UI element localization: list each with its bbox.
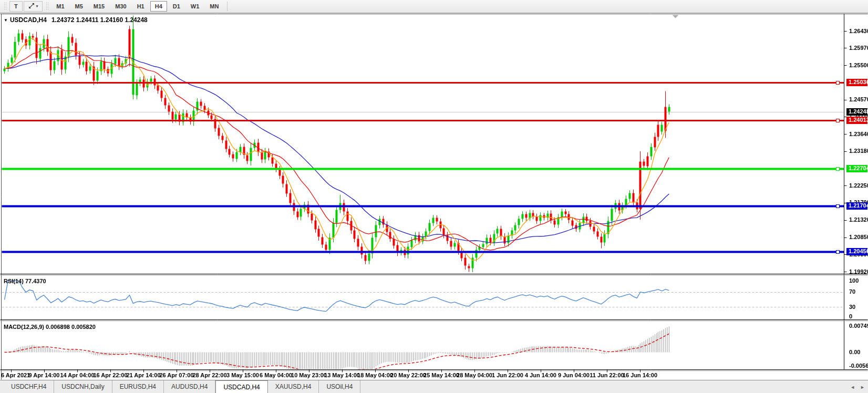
price-tick-label: 1.24570 [849, 96, 868, 103]
chart-tab-xauusd-h4[interactable]: XAUUSD,H4 [268, 380, 319, 393]
time-axis-label: 3 May 15:00 [226, 372, 259, 378]
hline-price-label: 1.20456 [846, 248, 867, 255]
toolbar-grip[interactable] [4, 2, 6, 11]
time-axis-label: 11 Jun 22:00 [590, 372, 624, 378]
time-axis-label: 14 Apr 04:00 [60, 372, 94, 378]
mt4-terminal: T ▾ M1M5M15M30H1H4D1W1MN ▼USDCAD,H41.243… [0, 0, 868, 393]
chart-tab-bar: USDCHF,H4USDCNH,DailyEURUSD,H4AUDUSD,H4U… [0, 380, 868, 393]
rsi-indicator-label: RSI(14) 77.4370 [4, 278, 46, 284]
price-tick-label: 1.25500 [849, 62, 868, 69]
hline-price-label: 1.22704 [846, 165, 867, 172]
current-price-label: 1.24248 [846, 108, 867, 116]
text-tool-button[interactable]: T [9, 1, 23, 12]
timeframe-button-w1[interactable]: W1 [186, 1, 204, 12]
chart-symbol-label: USDCAD,H4 [10, 16, 47, 24]
rsi-tick-label: 0 [849, 313, 852, 320]
time-axis-label: 13 May 14:00 [324, 372, 360, 378]
chart-tabs: USDCHF,H4USDCNH,DailyEURUSD,H4AUDUSD,H4U… [4, 380, 360, 393]
hline-price-label: 1.25036 [846, 79, 867, 86]
chart-tab-audusd-h4[interactable]: AUDUSD,H4 [164, 380, 215, 393]
hline-price-label: 1.24013 [846, 117, 867, 124]
timeframe-button-m30[interactable]: M30 [110, 1, 131, 12]
price-tick-label: 1.26430 [849, 28, 868, 35]
chart-title: ▼USDCAD,H41.24372 1.24411 1.24160 1.2424… [4, 16, 148, 24]
chart-canvas[interactable] [0, 0, 868, 393]
timeframe-button-mn[interactable]: MN [205, 1, 223, 12]
price-tick-label: 1.22250 [849, 182, 868, 189]
time-axis: 6 Apr 20219 Apr 14:0014 Apr 04:0016 Apr … [0, 372, 845, 380]
timeframe-toolbar: M1M5M15M30H1H4D1W1MN [51, 1, 224, 12]
price-tick-label: 1.19920 [849, 268, 868, 275]
time-axis-label: 25 May 14:00 [423, 372, 459, 378]
price-tick-label: 1.21320 [849, 216, 868, 223]
time-axis-label: 9 Apr 14:00 [29, 372, 60, 378]
time-axis-label: 1 Jun 22:00 [492, 372, 523, 378]
chart-tab-usdcnh-daily[interactable]: USDCNH,Daily [54, 380, 112, 393]
time-axis-label: 20 May 22:00 [390, 372, 426, 378]
hline-price-label: 1.21704 [846, 202, 867, 210]
toolbar-grip[interactable] [46, 2, 48, 11]
rsi-tick-label: 100 [849, 277, 859, 284]
time-axis-label: 16 Apr 22:00 [93, 372, 127, 378]
price-axis: 1.264301.259701.255001.245701.241101.236… [845, 0, 868, 370]
top-toolbar: T ▾ M1M5M15M30H1H4D1W1MN [0, 0, 868, 13]
timeframe-button-h4[interactable]: H4 [150, 1, 167, 12]
time-axis-label: 26 Apr 07:00 [159, 372, 193, 378]
timeframe-button-m15[interactable]: M15 [89, 1, 109, 12]
macd-tick-label: 0.007495 [849, 323, 868, 329]
chart-dropdown-icon[interactable]: ▼ [4, 18, 8, 23]
arrows-tool-button[interactable]: ▾ [24, 1, 43, 12]
rsi-tick-label: 30 [849, 304, 855, 311]
tabs-scroll-right-icon[interactable]: ► [860, 385, 865, 390]
arrows-tool-icon [28, 3, 35, 10]
price-tick-label: 1.20850 [849, 234, 868, 241]
tabs-scroll-left-icon[interactable]: ◄ [850, 385, 855, 390]
chevron-down-icon: ▾ [36, 4, 38, 8]
chart-ohlc-values: 1.24372 1.24411 1.24160 1.24248 [51, 16, 148, 24]
macd-tick-label: 0.00 [849, 349, 860, 356]
price-tick-label: 1.25970 [849, 45, 868, 51]
timeframe-button-d1[interactable]: D1 [168, 1, 185, 12]
rsi-tick-label: 70 [849, 288, 855, 295]
timeframe-button-m1[interactable]: M1 [51, 1, 69, 12]
timeframe-button-m5[interactable]: M5 [70, 1, 88, 12]
price-tick-label: 1.23180 [849, 148, 868, 154]
time-axis-label: 6 Apr 2021 [1, 372, 30, 378]
time-axis-label: 16 Jun 14:00 [623, 372, 657, 378]
macd-tick-label: -0.005643 [849, 363, 868, 369]
price-tick-label: 1.23640 [849, 131, 868, 138]
toolbar-separator [227, 2, 228, 11]
time-axis-label: 6 May 04:00 [260, 372, 292, 378]
timeframe-button-h1[interactable]: H1 [132, 1, 149, 12]
time-axis-label: 10 May 23:00 [291, 372, 327, 378]
chart-tab-usoil-h4[interactable]: USOil,H4 [319, 380, 360, 393]
time-axis-label: 18 May 04:00 [357, 372, 393, 378]
chart-tab-usdcad-h4[interactable]: USDCAD,H4 [215, 380, 267, 393]
time-axis-label: 28 May 04:00 [457, 372, 492, 378]
chart-tab-eurusd-h4[interactable]: EURUSD,H4 [112, 380, 164, 393]
chart-tab-usdchf-h4[interactable]: USDCHF,H4 [4, 380, 54, 393]
time-axis-label: 28 Apr 22:00 [192, 372, 226, 378]
time-axis-label: 21 Apr 14:00 [126, 372, 160, 378]
time-axis-label: 9 Jun 04:00 [558, 372, 590, 378]
macd-indicator-label: MACD(12,26,9) 0.006898 0.005820 [4, 324, 96, 330]
time-axis-label: 4 Jun 14:00 [525, 372, 556, 378]
